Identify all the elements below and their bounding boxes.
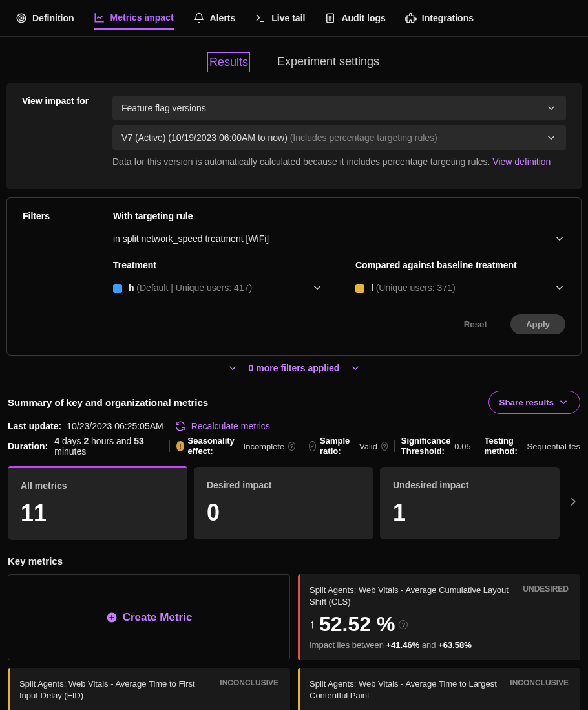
sample-ratio-value: Valid [359,442,377,451]
treatment-detail: (Default | Unique users: 417) [136,283,252,293]
impact-selector-value: Feature flag versions [121,103,206,113]
nav-audit-logs[interactable]: Audit logs [324,6,385,30]
targeting-rule-label: With targeting rule [113,211,565,221]
top-nav: Definition Metrics impact Alerts Live ta… [0,0,588,37]
create-metric-label: Create Metric [123,611,193,624]
divider [478,440,478,452]
chevron-down-icon [558,396,569,408]
nav-alerts[interactable]: Alerts [193,6,236,30]
treatment-swatch [113,284,122,293]
testing-method-stat: Testing method: Sequential testing [485,436,580,456]
tab-results[interactable]: Results [207,52,250,72]
metric-name: Split Agents: Web Vitals - Average Cumul… [310,585,515,607]
metric-value-text: 52.52 % [319,612,395,636]
help-icon[interactable]: ? [399,620,408,629]
divider [394,440,395,452]
divider [302,440,302,452]
baseline-swatch [355,284,364,293]
sig-threshold-stat: Significance Threshold: 0.05 [401,436,471,456]
view-impact-panel: View impact for Feature flag versions V7… [6,83,582,189]
nav-alerts-label: Alerts [210,13,236,23]
undesired-impact-card[interactable]: Undesired impact 1 [380,467,560,539]
seasonality-stat: ! Seasonality effect: Incomplete ? [176,436,295,456]
arrow-up-icon: ↑ [310,618,315,631]
target-icon [16,12,27,24]
targeting-rule-value: in split network_speed treatment [WiFi] [113,233,269,244]
chevron-down-icon [350,362,361,374]
version-info-text: Data for this version is automatically c… [112,155,566,169]
summary-title: Summary of key and organizational metric… [8,397,208,408]
share-results-button[interactable]: Share results [488,391,580,414]
apply-button[interactable]: Apply [510,314,565,334]
nav-integrations-label: Integrations [422,13,474,23]
scroll-right-button[interactable] [566,495,580,511]
metric-card-lcp[interactable]: Split Agents: Web Vitals - Average Time … [298,668,580,710]
metric-value-text: Inconclusive [310,706,435,710]
nav-definition[interactable]: Definition [16,6,74,30]
sig-threshold-value: 0.05 [454,442,470,451]
metric-card-fid[interactable]: Split Agents: Web Vitals - Average Time … [8,668,290,710]
metric-card-cls[interactable]: Split Agents: Web Vitals - Average Cumul… [298,574,580,660]
duration-value: 4 days 2 hours and 53 minutes [54,436,163,457]
nav-metrics-impact-label: Metrics impact [110,12,174,23]
desired-impact-title: Desired impact [207,480,361,490]
baseline-detail: (Unique users: 371) [376,283,456,293]
version-selector-dropdown[interactable]: V7 (Active) (10/19/2023 06:00AM to now) … [112,125,566,150]
targeting-rule-dropdown[interactable]: in split network_speed treatment [WiFi] [113,228,565,250]
seasonality-value: Incomplete [244,442,285,451]
chevron-down-icon [554,233,565,244]
warning-icon: ! [176,441,184,451]
metric-value: Inconclusive ? [19,706,278,710]
more-filters-text: 0 more filters applied [249,363,340,373]
nav-metrics-impact[interactable]: Metrics impact [94,6,174,30]
undesired-impact-count: 1 [393,499,547,526]
chevron-down-icon [545,102,557,114]
metric-value: Inconclusive ? [310,706,569,710]
nav-definition-label: Definition [32,13,74,23]
create-metric-button[interactable]: Create Metric [8,574,290,660]
key-metrics-title: Key metrics [0,555,588,566]
baseline-dropdown[interactable]: l (Unique users: 371) [355,277,565,299]
help-icon[interactable]: ? [381,442,388,451]
chevron-down-icon [545,132,557,144]
metric-value: ↑ 52.52 % ? [310,612,569,636]
nav-live-tail[interactable]: Live tail [255,6,305,30]
testing-method-label: Testing method: [485,436,523,456]
nav-integrations[interactable]: Integrations [405,6,474,30]
treatment-key: h [129,283,134,293]
metric-badge: UNDESIRED [523,585,569,607]
reset-button[interactable]: Reset [448,314,503,334]
check-icon: ✓ [309,441,316,451]
baseline-label: Compared against baseline treatment [355,260,565,270]
recalculate-link[interactable]: Recalculate metrics [191,421,270,431]
all-metrics-count: 11 [21,500,174,527]
version-selector-value: V7 (Active) (10/19/2023 06:00AM to now) … [121,133,437,143]
divider [169,440,170,452]
puzzle-icon [405,12,417,24]
all-metrics-card[interactable]: All metrics 11 [8,466,187,540]
desired-impact-card[interactable]: Desired impact 0 [194,467,373,539]
view-definition-link[interactable]: View definition [492,156,551,167]
metric-badge: INCONCLUSIVE [510,678,569,701]
bell-icon [193,12,205,24]
version-text: V7 (Active) (10/19/2023 06:00AM to now) [121,133,288,143]
seasonality-label: Seasonality effect: [188,436,240,456]
help-icon[interactable]: ? [288,442,295,451]
terminal-icon [255,12,266,24]
treatment-value: h (Default | Unique users: 417) [113,283,252,293]
sig-threshold-label: Significance Threshold: [401,436,451,456]
undesired-impact-title: Undesired impact [393,480,547,490]
metric-name: Split Agents: Web Vitals - Average Time … [310,678,502,701]
treatment-dropdown[interactable]: h (Default | Unique users: 417) [113,277,323,299]
impact-selector-dropdown[interactable]: Feature flag versions [112,96,566,120]
chevron-down-icon [311,282,323,294]
baseline-key: l [371,283,373,293]
chevron-down-icon [227,362,238,374]
version-note: (Includes percentage targeting rules) [290,133,437,143]
sample-ratio-stat: ✓ Sample ratio: Valid ? [309,436,388,456]
nav-audit-logs-label: Audit logs [341,13,385,23]
metric-value-text: Inconclusive [19,706,145,710]
sample-ratio-label: Sample ratio: [320,436,355,456]
more-filters-toggle[interactable]: 0 more filters applied [0,356,588,380]
tab-experiment-settings[interactable]: Experiment settings [276,52,381,72]
